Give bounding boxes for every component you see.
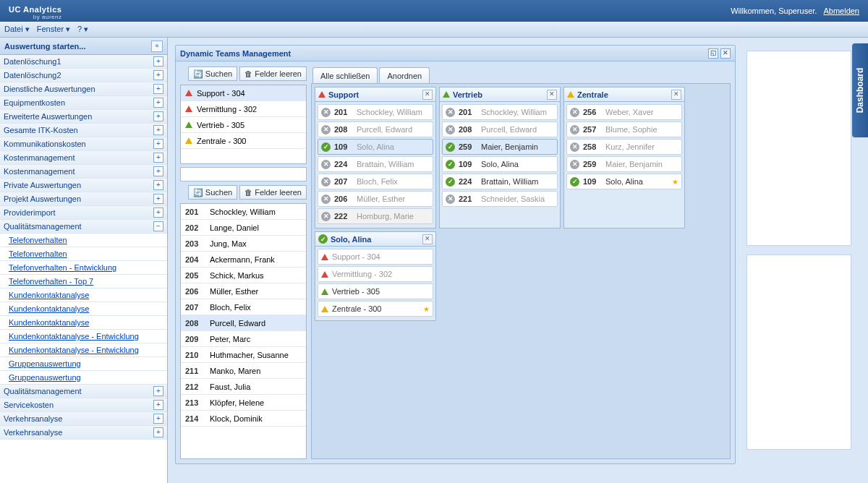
panel-row[interactable]: ✓224Brattain, William xyxy=(442,174,558,189)
clear-fields-button[interactable]: 🗑Felder leeren xyxy=(239,67,307,81)
panel-row[interactable]: ✓109Solo, Alina xyxy=(318,139,433,155)
expand-icon[interactable]: + xyxy=(153,427,163,437)
panel-row[interactable]: ✕206Müller, Esther xyxy=(318,191,433,207)
sidebar-link[interactable]: Kundenkontaktanalyse - Entwicklung xyxy=(0,330,167,343)
sidebar-link[interactable]: Telefonverhalten xyxy=(0,234,167,247)
person-row[interactable]: 206Müller, Esther xyxy=(181,283,306,299)
sidebar-tree[interactable]: Datenlöschung1+Datenlöschung2+Dienstlich… xyxy=(0,55,167,483)
panel-row[interactable]: ✕259Maier, Benjamin xyxy=(566,156,682,172)
expand-icon[interactable]: + xyxy=(153,56,163,67)
expand-icon[interactable]: + xyxy=(153,414,163,424)
expand-icon[interactable]: + xyxy=(153,386,163,396)
sidebar-node[interactable]: Erweiterte Auswertungen+ xyxy=(0,110,167,124)
arrange-tab[interactable]: Anordnen xyxy=(379,67,430,83)
dashboard-tab[interactable]: Dashboard xyxy=(852,43,868,137)
logout-link[interactable]: Abmelden xyxy=(823,7,859,15)
person-row[interactable]: 213Klöpfer, Helene xyxy=(181,395,306,411)
panel-row[interactable]: ✕256Weber, Xaver xyxy=(566,104,682,120)
sidebar-link[interactable]: Kundenkontaktanalyse xyxy=(0,316,167,330)
panel-header[interactable]: Support✕ xyxy=(315,87,435,102)
sidebar-node[interactable]: Kostenmanagement+ xyxy=(0,151,167,165)
search-button[interactable]: 🔄Suchen xyxy=(188,67,237,81)
person-row[interactable]: 203Jung, Max xyxy=(181,236,306,252)
sidebar-node[interactable]: Qualitätsmanagement− xyxy=(0,220,167,234)
group-row[interactable]: Vermittlung - 302 xyxy=(181,101,306,117)
window-restore-icon[interactable]: ◱ xyxy=(708,48,718,59)
panel-header[interactable]: Zentrale✕ xyxy=(564,87,684,102)
panel-row[interactable]: ✓109Solo, Alina xyxy=(442,156,558,172)
expand-icon[interactable]: − xyxy=(153,221,163,231)
sidebar-node[interactable]: Dienstliche Auswertungen+ xyxy=(0,82,167,96)
panel-row[interactable]: ✕257Blume, Sophie xyxy=(566,121,682,137)
person-row[interactable]: 210Huthmacher, Susanne xyxy=(181,347,306,363)
expand-icon[interactable]: + xyxy=(153,84,163,94)
sidebar-link[interactable]: Telefonverhalten - Top 7 xyxy=(0,275,167,288)
sidebar-link[interactable]: Telefonverhalten - Entwicklung xyxy=(0,261,167,275)
sidebar-link[interactable]: Gruppenauswertung xyxy=(0,357,167,371)
person-row[interactable]: 201Schockley, William xyxy=(181,204,306,220)
group-row[interactable]: Zentrale - 300 xyxy=(181,133,306,149)
person-row[interactable]: 209Peter, Marc xyxy=(181,331,306,347)
panel-row[interactable]: ✓259Maier, Benjamin xyxy=(442,139,558,155)
expand-icon[interactable]: + xyxy=(153,208,163,218)
panel-row[interactable]: ✕222Homburg, Marie xyxy=(318,208,433,224)
panel-row[interactable]: ✕221Schneider, Saskia xyxy=(442,191,558,207)
sidebar-link[interactable]: Telefonverhalten xyxy=(0,247,167,261)
sidebar-node[interactable]: Gesamte ITK-Kosten+ xyxy=(0,124,167,137)
expand-icon[interactable]: + xyxy=(153,180,163,190)
person-row[interactable]: 211Manko, Maren xyxy=(181,363,306,379)
sidebar-node[interactable]: Datenlöschung1+ xyxy=(0,55,167,69)
person-row[interactable]: 202Lange, Daniel xyxy=(181,220,306,236)
expand-icon[interactable]: + xyxy=(153,111,163,121)
sidebar-link[interactable]: Kundenkontaktanalyse xyxy=(0,302,167,316)
close-all-tab[interactable]: Alle schließen xyxy=(312,67,378,83)
sidebar-node[interactable]: Kostenmanagement+ xyxy=(0,165,167,179)
expand-icon[interactable]: + xyxy=(153,70,163,80)
sidebar-node[interactable]: Providerimport+ xyxy=(0,206,167,220)
menu-file[interactable]: Datei ▾ xyxy=(4,25,30,34)
panel-header[interactable]: ✓Solo, Alina✕ xyxy=(315,232,435,247)
clear-fields-button-2[interactable]: 🗑Felder leeren xyxy=(239,185,307,200)
group-row[interactable]: Support - 304 xyxy=(181,85,306,101)
expand-icon[interactable]: + xyxy=(153,153,163,163)
expand-icon[interactable]: + xyxy=(153,139,163,149)
panel-row[interactable]: ✕224Brattain, William xyxy=(318,156,433,172)
menu-window[interactable]: Fenster ▾ xyxy=(37,25,70,34)
person-row[interactable]: 208Purcell, Edward xyxy=(181,315,306,331)
panel-row[interactable]: Vertrieb - 305 xyxy=(318,283,433,299)
menu-help[interactable]: ? ▾ xyxy=(77,25,88,34)
sidebar-node[interactable]: Datenlöschung2+ xyxy=(0,69,167,82)
group-row[interactable]: Vertrieb - 305 xyxy=(181,117,306,133)
groups-list[interactable]: Support - 304Vermittlung - 302Vertrieb -… xyxy=(180,85,307,164)
panel-row[interactable]: ✕208Purcell, Edward xyxy=(442,121,558,137)
expand-icon[interactable]: + xyxy=(153,194,163,204)
expand-icon[interactable]: + xyxy=(153,166,163,176)
person-row[interactable]: 207Bloch, Felix xyxy=(181,299,306,315)
sidebar-node[interactable]: Verkehrsanalyse+ xyxy=(0,412,167,426)
collapse-sidebar-button[interactable]: « xyxy=(151,40,163,52)
person-row[interactable]: 205Schick, Markus xyxy=(181,268,306,283)
panel-close-icon[interactable]: ✕ xyxy=(671,90,681,100)
panel-row[interactable]: ✓109Solo, Alina★ xyxy=(566,174,682,189)
expand-icon[interactable]: + xyxy=(153,400,163,410)
panel-row[interactable]: ✕201Schockley, William xyxy=(442,104,558,120)
sidebar-link[interactable]: Kundenkontaktanalyse - Entwicklung xyxy=(0,343,167,357)
sidebar-node[interactable]: Servicekosten+ xyxy=(0,398,167,412)
sidebar-node[interactable]: Kommunikationskosten+ xyxy=(0,137,167,151)
people-search-input[interactable] xyxy=(180,167,307,181)
person-row[interactable]: 204Ackermann, Frank xyxy=(181,252,306,268)
panel-row[interactable]: ✕201Schockley, William xyxy=(318,104,433,120)
sidebar-node[interactable]: Qualitätsmanagement+ xyxy=(0,385,167,398)
panel-close-icon[interactable]: ✕ xyxy=(422,90,433,100)
panel-row[interactable]: Support - 304 xyxy=(318,249,433,265)
search-button-2[interactable]: 🔄Suchen xyxy=(188,185,237,200)
panel-row[interactable]: Vermittlung - 302 xyxy=(318,266,433,282)
sidebar-node[interactable]: Private Auswertungen+ xyxy=(0,179,167,192)
expand-icon[interactable]: + xyxy=(153,98,163,108)
sidebar-node[interactable]: Projekt Auswertungen+ xyxy=(0,192,167,206)
panel-close-icon[interactable]: ✕ xyxy=(422,234,433,244)
window-titlebar[interactable]: Dynamic Teams Management ◱ ✕ xyxy=(176,46,735,61)
panel-row[interactable]: ✕207Bloch, Felix xyxy=(318,174,433,189)
panel-row[interactable]: Zentrale - 300★ xyxy=(318,301,433,317)
window-close-icon[interactable]: ✕ xyxy=(720,48,731,59)
